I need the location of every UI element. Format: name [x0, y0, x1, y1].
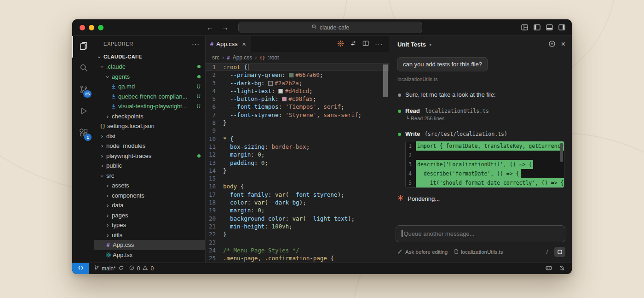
- forward-button[interactable]: →: [222, 23, 229, 31]
- zoom-window-button[interactable]: [98, 25, 104, 30]
- code-line[interactable]: 24/* Menu Page Styles */: [206, 246, 389, 254]
- tree-folder-utils[interactable]: ›utils: [94, 230, 205, 240]
- tab-app-css[interactable]: # App.css ×: [206, 36, 251, 52]
- toggle-secondary-sidebar-icon[interactable]: [558, 24, 565, 30]
- activity-source-control[interactable]: 25: [72, 79, 94, 101]
- tool-call-read[interactable]: Read localizationUtils.ts: [397, 107, 564, 114]
- more-actions-icon[interactable]: ···: [375, 40, 383, 48]
- new-conversation-icon[interactable]: [548, 40, 556, 49]
- toggle-primary-sidebar-icon[interactable]: [534, 24, 540, 30]
- code-line[interactable]: 6 --font-tiempos: 'Tiempos', serif;: [206, 103, 389, 111]
- code-line[interactable]: 17 font-family: var(--font-styrene);: [206, 191, 389, 199]
- color-swatch[interactable]: [268, 81, 273, 86]
- tree-folder-pages[interactable]: ›pages: [94, 210, 205, 221]
- code-line[interactable]: 10* {: [206, 135, 389, 143]
- back-button[interactable]: ←: [207, 23, 213, 31]
- code-line[interactable]: 18 color: var(--dark-bg);: [206, 199, 389, 206]
- code-line[interactable]: 1:root {: [206, 63, 389, 71]
- permission-mode[interactable]: Ask before editing: [405, 249, 448, 255]
- tree-folder-node-modules[interactable]: ›node_modules: [94, 141, 205, 151]
- attached-file[interactable]: localizationUtils.ts: [454, 249, 503, 255]
- code-line[interactable]: 20 background-color: var(--light-text);: [206, 215, 389, 222]
- compare-changes-icon[interactable]: [350, 40, 356, 48]
- tree-file-visual-testing-playwright[interactable]: visual-testing-playwright...U: [94, 101, 205, 111]
- slash-command-hint[interactable]: /: [546, 249, 548, 255]
- code-line[interactable]: 13 padding: 0;: [206, 159, 389, 167]
- code-line[interactable]: 14}: [206, 167, 389, 175]
- split-editor-icon[interactable]: [362, 40, 369, 48]
- send-button[interactable]: [554, 247, 565, 257]
- code-line[interactable]: 25.menu-page, .confirmation-page {: [206, 254, 389, 262]
- editor-scrollbar[interactable]: [383, 64, 388, 97]
- tree-file-settings-local-json[interactable]: {}settings.local.json: [94, 121, 205, 131]
- tree-folder-claude[interactable]: ›.claude: [94, 62, 205, 72]
- user-message[interactable]: can you add tests for this file?: [397, 57, 488, 71]
- diff-preview[interactable]: 1import { formatDate, translateKey, getC…: [405, 141, 564, 188]
- tree-folder-components[interactable]: ›components: [94, 191, 205, 201]
- breadcrumb-src[interactable]: src: [212, 54, 219, 61]
- diff-scrollbar[interactable]: [560, 143, 563, 162]
- tree-file-qa-md[interactable]: qa.mdU: [94, 82, 205, 92]
- command-center-search[interactable]: claude-cafe: [238, 22, 422, 33]
- code-line[interactable]: 21 min-height: 100vh;: [206, 222, 389, 230]
- activity-search[interactable]: [72, 58, 94, 79]
- code-line[interactable]: 23: [206, 239, 389, 246]
- close-window-button[interactable]: [80, 25, 85, 30]
- code-line[interactable]: 8}: [206, 119, 389, 127]
- activity-explorer[interactable]: [72, 36, 94, 58]
- input-placeholder: Queue another message...: [404, 230, 475, 237]
- code-line[interactable]: 4 --light-text: #d4d1cd;: [206, 87, 389, 95]
- line-number: 10: [206, 135, 223, 143]
- remote-indicator[interactable]: [72, 263, 89, 274]
- code-line[interactable]: 11 box-sizing: border-box;: [206, 143, 389, 151]
- tree-folder-playwright-traces[interactable]: ›playwright-traces: [94, 151, 205, 161]
- close-panel-icon[interactable]: ×: [561, 40, 565, 48]
- tree-file-app-css[interactable]: #App.css: [94, 240, 205, 250]
- tree-folder-agents[interactable]: ›agents: [94, 72, 205, 82]
- tree-folder-data[interactable]: ›data: [94, 200, 205, 210]
- notifications-muted-icon[interactable]: [559, 265, 565, 273]
- editor-area: # App.css × ··· src › # App.css: [206, 36, 389, 263]
- code-line[interactable]: 2 --primary-green: #667a60;: [206, 71, 389, 79]
- diff-line-text: describe('LocalizationUtil', () => {: [416, 160, 533, 169]
- explorer-more-actions-icon[interactable]: ···: [192, 40, 200, 47]
- code-line[interactable]: 9: [206, 127, 389, 134]
- code-line[interactable]: 12 margin: 0;: [206, 151, 389, 158]
- tree-file-app-tsx[interactable]: App.tsx: [94, 250, 205, 260]
- tree-file-quebec-french-complian[interactable]: quebec-french-complian...U: [94, 92, 205, 102]
- activity-extensions[interactable]: 1: [72, 123, 94, 144]
- tree-folder-dist[interactable]: ›dist: [94, 131, 205, 141]
- breadcrumb-symbol[interactable]: :root: [268, 54, 279, 61]
- code-line[interactable]: 15: [206, 175, 389, 182]
- tree-folder-public[interactable]: ›public: [94, 161, 205, 171]
- problems-status[interactable]: 0 0: [129, 265, 154, 272]
- code-line[interactable]: 16body {: [206, 182, 389, 190]
- code-line[interactable]: 5 --button-pink: #c98fa5;: [206, 95, 389, 103]
- copilot-icon[interactable]: [545, 264, 552, 273]
- tool-call-write[interactable]: Write (src/test/localization.ts): [397, 130, 564, 137]
- toggle-panel-icon[interactable]: [546, 24, 553, 30]
- activity-run-debug[interactable]: [72, 101, 94, 123]
- project-root-folder[interactable]: › CLAUDE-CAFE: [94, 52, 205, 62]
- tree-folder-checkpoints[interactable]: ›checkpoints: [94, 111, 205, 122]
- claude-icon[interactable]: [337, 40, 344, 48]
- message-input[interactable]: Queue another message...: [396, 225, 565, 242]
- tree-folder-types[interactable]: ›types: [94, 220, 205, 230]
- breadcrumb-file[interactable]: App.css: [233, 54, 253, 61]
- titlebar: ← → claude-cafe: [72, 19, 572, 36]
- color-swatch[interactable]: [278, 89, 283, 93]
- close-tab-icon[interactable]: ×: [242, 41, 246, 48]
- color-swatch[interactable]: [289, 73, 293, 77]
- customize-layout-icon[interactable]: [521, 24, 528, 30]
- code-line[interactable]: 3 --dark-bg: #2a2b2a;: [206, 79, 389, 87]
- color-swatch[interactable]: [282, 97, 287, 101]
- code-line[interactable]: 19 margin: 0;: [206, 206, 389, 214]
- git-branch-status[interactable]: main*: [94, 265, 124, 272]
- minimize-window-button[interactable]: [89, 25, 94, 30]
- code-editor[interactable]: 1:root {2 --primary-green: #667a60;3 --d…: [206, 63, 389, 263]
- chevron-down-icon[interactable]: ▾: [429, 42, 431, 47]
- code-line[interactable]: 7 --font-styrene: 'Styrene', sans-serif;: [206, 111, 389, 119]
- tree-folder-src[interactable]: ›src: [94, 171, 205, 181]
- code-line[interactable]: 22}: [206, 230, 389, 238]
- tree-folder-assets[interactable]: ›assets: [94, 181, 205, 191]
